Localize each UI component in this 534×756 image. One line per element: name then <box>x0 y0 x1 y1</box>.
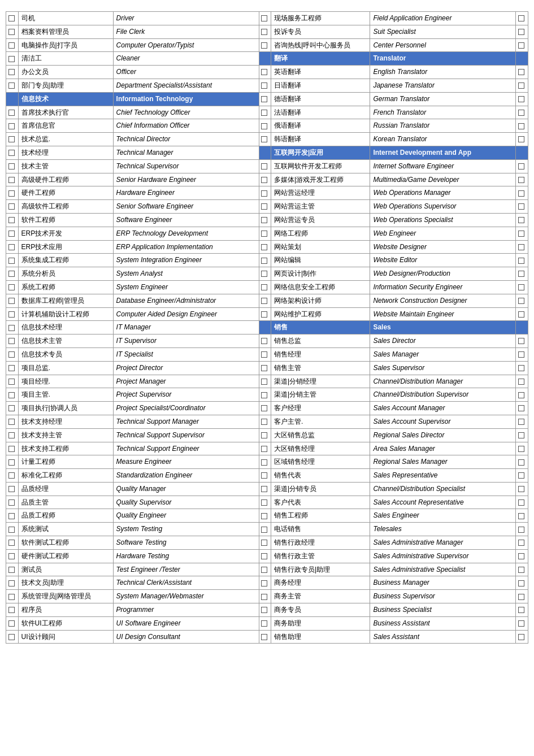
left-checkbox[interactable] <box>6 294 19 307</box>
right-checkbox[interactable] <box>259 92 271 106</box>
left-checkbox[interactable] <box>6 186 19 200</box>
left-checkbox[interactable] <box>6 455 19 469</box>
checkbox-icon[interactable] <box>8 163 15 170</box>
right-end-checkbox[interactable] <box>516 469 528 483</box>
right-checkbox[interactable] <box>259 133 271 146</box>
checkbox-icon[interactable] <box>518 607 524 613</box>
checkbox-icon[interactable] <box>518 298 524 304</box>
left-checkbox[interactable] <box>6 119 19 133</box>
checkbox-icon[interactable] <box>8 607 15 613</box>
checkbox-icon[interactable] <box>8 338 15 344</box>
left-checkbox[interactable] <box>6 361 19 375</box>
left-checkbox[interactable] <box>6 307 19 321</box>
right-end-checkbox[interactable] <box>516 133 528 146</box>
checkbox-icon[interactable] <box>261 540 267 546</box>
left-checkbox[interactable] <box>6 536 19 550</box>
right-end-checkbox[interactable] <box>516 159 528 173</box>
checkbox-icon[interactable] <box>261 311 267 318</box>
checkbox-icon[interactable] <box>518 540 524 546</box>
right-end-checkbox[interactable] <box>516 375 528 388</box>
right-checkbox[interactable] <box>259 509 271 523</box>
checkbox-icon[interactable] <box>261 446 267 452</box>
checkbox-icon[interactable] <box>8 69 15 75</box>
right-end-checkbox[interactable] <box>516 267 528 281</box>
right-end-checkbox[interactable] <box>516 280 528 294</box>
left-checkbox[interactable] <box>6 146 19 159</box>
right-end-checkbox[interactable] <box>516 186 528 200</box>
right-end-checkbox[interactable] <box>516 442 528 455</box>
right-checkbox[interactable] <box>259 361 271 375</box>
checkbox-icon[interactable] <box>518 499 524 506</box>
right-checkbox[interactable] <box>259 240 271 254</box>
left-checkbox[interactable] <box>6 79 19 92</box>
checkbox-icon[interactable] <box>261 351 267 358</box>
left-checkbox[interactable] <box>6 415 19 428</box>
checkbox-icon[interactable] <box>518 82 524 89</box>
right-checkbox[interactable] <box>259 455 271 469</box>
right-end-checkbox[interactable] <box>516 428 528 442</box>
right-end-checkbox[interactable] <box>516 630 528 644</box>
checkbox-icon[interactable] <box>261 190 267 197</box>
checkbox-icon[interactable] <box>518 472 524 479</box>
checkbox-icon[interactable] <box>261 405 267 411</box>
right-end-checkbox[interactable] <box>516 200 528 214</box>
checkbox-icon[interactable] <box>8 82 15 89</box>
right-end-checkbox[interactable] <box>516 361 528 375</box>
right-end-checkbox[interactable] <box>516 25 528 38</box>
checkbox-icon[interactable] <box>261 607 267 613</box>
checkbox-icon[interactable] <box>518 217 524 223</box>
left-checkbox[interactable] <box>6 133 19 146</box>
checkbox-icon[interactable] <box>261 258 267 264</box>
right-checkbox[interactable] <box>259 428 271 442</box>
checkbox-icon[interactable] <box>8 594 15 600</box>
checkbox-icon[interactable] <box>8 15 15 21</box>
left-checkbox[interactable] <box>6 267 19 281</box>
checkbox-icon[interactable] <box>8 29 15 35</box>
left-checkbox[interactable] <box>6 12 19 25</box>
right-end-checkbox[interactable] <box>516 240 528 254</box>
checkbox-icon[interactable] <box>261 486 267 492</box>
checkbox-icon[interactable] <box>8 244 15 250</box>
checkbox-icon[interactable] <box>261 472 267 479</box>
right-checkbox[interactable] <box>259 38 271 52</box>
checkbox-icon[interactable] <box>8 419 15 425</box>
checkbox-icon[interactable] <box>518 123 524 129</box>
right-checkbox[interactable] <box>259 630 271 644</box>
left-checkbox[interactable] <box>6 469 19 483</box>
checkbox-icon[interactable] <box>8 42 15 49</box>
checkbox-icon[interactable] <box>518 177 524 183</box>
right-checkbox[interactable] <box>259 106 271 119</box>
checkbox-icon[interactable] <box>8 499 15 506</box>
checkbox-icon[interactable] <box>518 486 524 492</box>
checkbox-icon[interactable] <box>518 190 524 197</box>
left-checkbox[interactable] <box>6 630 19 644</box>
right-end-checkbox[interactable] <box>516 415 528 428</box>
right-end-checkbox[interactable] <box>516 388 528 402</box>
checkbox-icon[interactable] <box>261 123 267 129</box>
right-end-checkbox[interactable] <box>516 106 528 119</box>
checkbox-icon[interactable] <box>8 284 15 290</box>
checkbox-icon[interactable] <box>8 580 15 586</box>
left-checkbox[interactable] <box>6 428 19 442</box>
checkbox-icon[interactable] <box>518 405 524 411</box>
checkbox-icon[interactable] <box>518 136 524 142</box>
left-checkbox[interactable] <box>6 496 19 509</box>
checkbox-icon[interactable] <box>8 298 15 304</box>
left-checkbox[interactable] <box>6 280 19 294</box>
right-checkbox[interactable] <box>259 375 271 388</box>
checkbox-icon[interactable] <box>261 244 267 250</box>
checkbox-icon[interactable] <box>8 567 15 573</box>
right-checkbox[interactable] <box>259 119 271 133</box>
checkbox-icon[interactable] <box>8 136 15 142</box>
checkbox-icon[interactable] <box>261 15 267 21</box>
checkbox-icon[interactable] <box>518 244 524 250</box>
checkbox-icon[interactable] <box>261 594 267 600</box>
checkbox-icon[interactable] <box>8 258 15 264</box>
left-checkbox[interactable] <box>6 25 19 38</box>
left-checkbox[interactable] <box>6 375 19 388</box>
checkbox-icon[interactable] <box>518 163 524 170</box>
checkbox-icon[interactable] <box>261 163 267 170</box>
left-checkbox[interactable] <box>6 200 19 214</box>
right-end-checkbox[interactable] <box>516 38 528 52</box>
checkbox-icon[interactable] <box>261 231 267 237</box>
